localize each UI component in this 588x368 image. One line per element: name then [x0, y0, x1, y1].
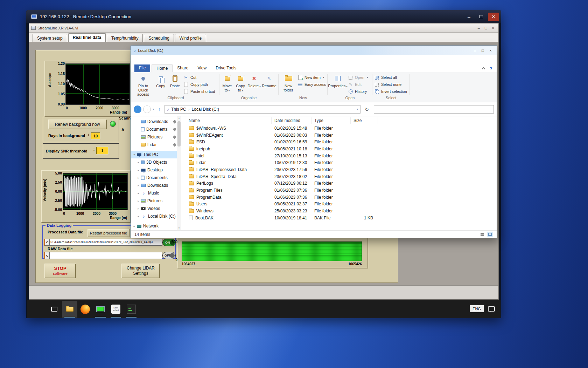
expand-chevron-icon[interactable]: ▸: [136, 192, 140, 195]
app-tab[interactable]: Temp/humidity: [107, 34, 143, 42]
nav-item[interactable]: ▸ Videos: [131, 205, 181, 212]
ribbon-tab[interactable]: View: [193, 64, 211, 72]
edit-button[interactable]: ✎ Edit: [348, 81, 362, 88]
back-button[interactable]: ←: [134, 105, 141, 113]
select-none-button[interactable]: Select none: [374, 81, 401, 88]
file-row[interactable]: $Windows.~WS 01/02/2019 15:48 File folde…: [181, 125, 497, 132]
change-lidar-settings-button[interactable]: Change LiDAR Settings: [121, 264, 160, 278]
nav-item[interactable]: ▸ Local Disk (C:): [131, 212, 181, 220]
raw-path-field[interactable]: [50, 252, 162, 259]
help-icon[interactable]: ?: [490, 66, 492, 71]
expand-chevron-icon[interactable]: ▸: [136, 169, 140, 172]
app-restore-button[interactable]: □: [485, 26, 487, 30]
rays-spinner[interactable]: ▲ ▼: [87, 133, 90, 137]
column-header[interactable]: Type: [312, 117, 351, 124]
collapse-ribbon-icon[interactable]: [482, 67, 485, 71]
rdp-close-button[interactable]: ×: [488, 13, 499, 21]
app-tab[interactable]: System setup: [33, 34, 67, 42]
expand-chevron-icon[interactable]: ▸: [136, 161, 140, 164]
move-to-button[interactable]: → Move to▾: [221, 73, 233, 93]
file-row[interactable]: Windows 25/08/2023 03:23 File folder: [181, 207, 497, 214]
copy-to-button[interactable]: → Copy to▾: [234, 73, 247, 93]
spin-down-icon[interactable]: ▼: [88, 135, 90, 137]
taskbar-firefox-button[interactable]: [77, 301, 93, 318]
nav-item[interactable]: ▸ Music: [131, 189, 181, 197]
column-header[interactable]: Size: [351, 117, 378, 124]
file-row[interactable]: Intel 27/10/2010 15:13 File folder: [181, 152, 497, 159]
explorer-titlebar[interactable]: ♪ Local Disk (C:) – □ ×: [131, 46, 497, 55]
expand-chevron-icon[interactable]: ▾: [132, 153, 136, 156]
drive-select-button[interactable]: C: [44, 252, 50, 259]
renew-background-button[interactable]: Renew background now: [48, 120, 107, 129]
explorer-maximize-button[interactable]: □: [482, 48, 484, 53]
spin-down-icon[interactable]: ▼: [93, 150, 95, 151]
expand-chevron-icon[interactable]: ▸: [136, 215, 140, 218]
address-dropdown-icon[interactable]: ▾: [357, 108, 358, 111]
snr-threshold-value[interactable]: 1: [96, 147, 108, 154]
restart-processed-file-button[interactable]: Restart processed file: [88, 229, 130, 237]
large-icons-view-toggle[interactable]: [487, 232, 493, 237]
file-row[interactable]: Program Files 01/06/2023 07:36 File fold…: [181, 187, 497, 194]
taskbar-console-app-button[interactable]: [124, 301, 139, 318]
file-row[interactable]: LiDAR_Spectra_Data 23/07/2023 18:02 File…: [181, 173, 497, 180]
streamline-titlebar[interactable]: StreamLine XR v14-6.vi – □ ×: [29, 23, 498, 33]
explorer-close-button[interactable]: ×: [490, 48, 492, 53]
breadcrumb-location[interactable]: Local Disk (C:): [191, 107, 219, 112]
taskbar-scan-scheduler-button[interactable]: Scan sched: [108, 301, 124, 318]
cut-button[interactable]: ✂ Cut: [183, 74, 196, 81]
rdp-minimize-button[interactable]: –: [463, 13, 475, 21]
new-folder-button[interactable]: New folder: [280, 73, 296, 92]
refresh-icon[interactable]: ↻: [362, 107, 371, 112]
file-row[interactable]: PerfLogs 07/12/2019 06:12 File folder: [181, 180, 497, 187]
stop-software-button[interactable]: STOP software: [44, 264, 76, 278]
forward-button[interactable]: →: [143, 105, 151, 113]
task-view-button[interactable]: [47, 301, 62, 318]
open-button[interactable]: Open ▾: [348, 74, 368, 81]
column-header[interactable]: Date modified: [272, 117, 312, 124]
file-row[interactable]: Lidar 10/07/2019 12:30 File folder: [181, 159, 497, 166]
select-all-button[interactable]: Select all: [374, 74, 397, 81]
expand-chevron-icon[interactable]: ▸: [136, 207, 140, 210]
taskbar-file-explorer-button[interactable]: [62, 301, 77, 318]
address-box[interactable]: ♪ This PC › Local Disk (C:) ▾: [164, 105, 360, 114]
breadcrumb-this-pc[interactable]: This PC: [171, 107, 186, 112]
recent-locations-icon[interactable]: ▾: [153, 108, 154, 111]
rays-in-background-value[interactable]: 10: [91, 132, 100, 139]
search-input[interactable]: [374, 105, 494, 114]
invert-selection-button[interactable]: Invert selection: [374, 88, 407, 95]
copy-button[interactable]: Copy: [154, 73, 167, 88]
nav-item[interactable]: Downloads: [131, 118, 181, 125]
expand-chevron-icon[interactable]: ▸: [136, 184, 140, 187]
file-row[interactable]: inetpub 09/05/2021 10:18 File folder: [181, 145, 497, 152]
file-row[interactable]: Users 09/05/2021 02:37 File folder: [181, 201, 497, 208]
taskbar-streamline-button[interactable]: [93, 301, 108, 318]
expand-chevron-icon[interactable]: ▸: [136, 199, 140, 203]
file-row[interactable]: LiDAR_Reprocessed_Data 23/07/2023 17:56 …: [181, 166, 497, 173]
nav-item[interactable]: ▸ 3D Objects: [131, 158, 181, 166]
nav-item[interactable]: Lidar: [131, 141, 181, 149]
processed-path-field[interactable]: C:\Lidar\Data\Proc\2023\202309\20230910\…: [50, 239, 162, 246]
delete-button[interactable]: × Delete▾: [247, 73, 261, 89]
ribbon-tab[interactable]: Home: [152, 64, 173, 72]
pin-to-quick-access-button[interactable]: Pin to Quick access: [133, 73, 153, 96]
nav-item[interactable]: ▸ Network: [131, 222, 181, 230]
language-indicator[interactable]: ENG: [470, 305, 484, 312]
copy-path-button[interactable]: Copy path: [183, 81, 208, 88]
file-row[interactable]: $WinREAgent 01/06/2023 06:03 File folder: [181, 132, 497, 139]
nav-item[interactable]: ▸ Downloads: [131, 182, 181, 189]
column-header[interactable]: Name: [181, 117, 272, 124]
app-close-button[interactable]: ×: [492, 26, 494, 30]
rdp-restore-button[interactable]: [476, 13, 487, 21]
scroll-down-icon[interactable]: ▼: [178, 227, 180, 229]
ribbon-tab[interactable]: Share: [173, 64, 193, 72]
app-tab[interactable]: Scheduling: [144, 34, 174, 42]
nav-item[interactable]: ▸ Documents: [131, 174, 181, 182]
app-minimize-button[interactable]: –: [478, 26, 480, 30]
paste-shortcut-button[interactable]: Paste shortcut: [183, 88, 215, 95]
details-view-toggle[interactable]: [479, 232, 485, 237]
app-tab[interactable]: Wind profile: [175, 34, 206, 42]
up-button[interactable]: ↑: [156, 107, 163, 112]
history-button[interactable]: History: [348, 88, 367, 95]
paste-button[interactable]: Paste: [168, 73, 182, 88]
nav-item[interactable]: ▸ Desktop: [131, 166, 181, 174]
